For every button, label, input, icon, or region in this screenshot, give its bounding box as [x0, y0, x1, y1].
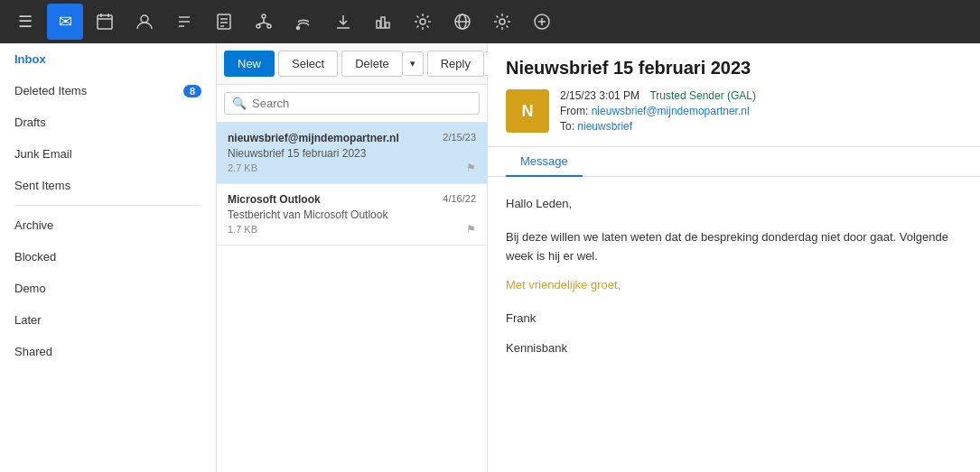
sidebar-item-drafts[interactable]: Drafts	[0, 106, 216, 138]
body-closing: Met vriendelijke groet,	[506, 276, 962, 295]
mail-icon[interactable]: ✉	[47, 4, 83, 40]
email-size-2: 1.7 KB	[228, 224, 257, 235]
sidebar: Inbox Deleted Items 8 Drafts Junk Email …	[0, 43, 217, 472]
avatar-letter: N	[522, 102, 534, 121]
sidebar-item-sent[interactable]: Sent Items	[0, 170, 216, 201]
email-detail: Nieuwsbrief 15 februari 2023 N 2/15/23 3…	[488, 43, 980, 472]
svg-point-4	[141, 15, 148, 23]
sidebar-label-shared: Shared	[14, 345, 52, 358]
sidebar-divider	[14, 205, 201, 206]
hamburger-icon[interactable]: ☰	[7, 4, 43, 40]
toolbar: New Select Delete ▾ Reply ▾ ≡ •••	[217, 43, 487, 85]
body-paragraph-1: Bij deze willen we laten weten dat de be…	[506, 228, 962, 266]
email-date-1: 2/15/23	[443, 132, 476, 144]
search-bar: 🔍	[217, 85, 487, 123]
email-item-1[interactable]: nieuwsbrief@mijndemopartner.nl 2/15/23 N…	[217, 123, 487, 184]
sidebar-label-junk: Junk Email	[14, 147, 72, 161]
to-value-link[interactable]: nieuwsbrief	[577, 120, 632, 133]
chart-icon[interactable]	[365, 4, 401, 40]
body-greeting: Hallo Leden,	[506, 195, 962, 214]
email-subject-1: Nieuwsbrief 15 februari 2023	[228, 147, 476, 160]
plus-icon[interactable]	[524, 4, 560, 40]
sidebar-label-deleted: Deleted Items	[14, 84, 87, 97]
email-item-2-header: Microsoft Outlook 4/16/22	[228, 193, 476, 206]
search-input-wrap: 🔍	[224, 92, 480, 115]
contacts-icon[interactable]	[126, 4, 163, 40]
sidebar-item-blocked[interactable]: Blocked	[0, 241, 216, 273]
search-input[interactable]	[252, 97, 471, 110]
sidebar-item-junk[interactable]: Junk Email	[0, 138, 216, 170]
flag-icon-2: ⚑	[466, 223, 476, 236]
select-button[interactable]: Select	[278, 51, 338, 77]
svg-rect-22	[386, 23, 389, 28]
svg-rect-0	[98, 15, 112, 29]
new-button[interactable]: New	[224, 51, 275, 77]
tree-icon[interactable]	[246, 4, 282, 40]
sidebar-item-later[interactable]: Later	[0, 304, 216, 336]
email-meta-info: 2/15/23 3:01 PM Trusted Sender (GAL) Fro…	[560, 89, 962, 135]
email-list-panel: New Select Delete ▾ Reply ▾ ≡ ••• 🔍 nieu…	[217, 43, 488, 472]
sidebar-item-inbox[interactable]: Inbox	[0, 43, 216, 75]
tab-message[interactable]: Message	[506, 147, 583, 177]
search-icon: 🔍	[232, 97, 247, 110]
sidebar-item-deleted[interactable]: Deleted Items 8	[0, 75, 216, 106]
to-label: To:	[560, 120, 574, 133]
email-size-1: 2.7 KB	[228, 162, 257, 173]
trusted-sender-label: Trusted Sender (GAL)	[649, 89, 756, 102]
from-email-link[interactable]: nieuwsbrief@mijndemopartner.nl	[592, 105, 750, 117]
svg-rect-20	[377, 21, 380, 28]
sender-avatar: N	[506, 89, 549, 133]
sidebar-item-shared[interactable]: Shared	[0, 336, 216, 367]
svg-point-12	[262, 14, 266, 18]
body-org: Kennisbank	[506, 339, 962, 358]
sidebar-label-drafts: Drafts	[14, 116, 46, 129]
svg-point-14	[267, 24, 271, 28]
sidebar-label-demo: Demo	[14, 282, 46, 295]
svg-line-17	[264, 23, 269, 24]
deleted-badge: 8	[183, 85, 201, 97]
delete-dropdown-button[interactable]: ▾	[403, 51, 424, 76]
tasks-icon[interactable]	[166, 4, 202, 40]
email-meta-datetime: 2/15/23 3:01 PM Trusted Sender (GAL)	[560, 89, 962, 102]
body-name: Frank	[506, 310, 962, 329]
body-signature: Frank Kennisbank	[506, 310, 962, 358]
sidebar-label-later: Later	[14, 313, 42, 327]
email-sender-2: Microsoft Outlook	[228, 193, 321, 206]
svg-point-13	[257, 24, 260, 28]
email-detail-header: Nieuwsbrief 15 februari 2023 N 2/15/23 3…	[488, 43, 980, 147]
reply-button[interactable]: Reply	[427, 51, 484, 77]
email-meta-row: N 2/15/23 3:01 PM Trusted Sender (GAL) F…	[506, 89, 962, 135]
email-item-1-footer: 2.7 KB ⚑	[228, 162, 476, 174]
email-sender-1: nieuwsbrief@mijndemopartner.nl	[228, 132, 399, 144]
delete-button[interactable]: Delete	[341, 51, 403, 77]
notes-icon[interactable]	[206, 4, 242, 40]
settings-icon[interactable]	[405, 4, 441, 40]
email-date-2: 4/16/22	[443, 193, 476, 206]
to-value: nieuwsbrief	[577, 120, 632, 133]
sidebar-label-inbox: Inbox	[14, 52, 46, 66]
email-body: Hallo Leden, Bij deze willen we laten we…	[488, 177, 980, 472]
sidebar-item-archive[interactable]: Archive	[0, 209, 216, 241]
svg-point-23	[420, 19, 425, 24]
email-detail-title: Nieuwsbrief 15 februari 2023	[506, 58, 962, 79]
svg-point-18	[297, 27, 300, 30]
topbar: ☰ ✉	[0, 0, 980, 43]
main-layout: Inbox Deleted Items 8 Drafts Junk Email …	[0, 43, 980, 472]
email-item-2[interactable]: Microsoft Outlook 4/16/22 Testbericht va…	[217, 184, 487, 245]
sidebar-label-archive: Archive	[14, 218, 53, 232]
flag-icon-1: ⚑	[466, 162, 476, 174]
sidebar-item-demo[interactable]: Demo	[0, 273, 216, 304]
rss-icon[interactable]	[285, 4, 322, 40]
email-subject-2: Testbericht van Microsoft Outlook	[228, 208, 476, 221]
email-meta-to: To: nieuwsbrief	[560, 120, 962, 133]
email-meta-from: From: nieuwsbrief@mijndemopartner.nl	[560, 105, 962, 117]
calendar-icon[interactable]	[87, 4, 123, 40]
email-item-2-footer: 1.7 KB ⚑	[228, 223, 476, 236]
globe-icon[interactable]	[444, 4, 481, 40]
svg-line-16	[258, 23, 264, 24]
download-icon[interactable]	[325, 4, 361, 40]
svg-rect-21	[381, 17, 385, 28]
email-datetime: 2/15/23 3:01 PM	[560, 89, 639, 102]
email-item-1-header: nieuwsbrief@mijndemopartner.nl 2/15/23	[228, 132, 476, 144]
settings2-icon[interactable]	[484, 4, 520, 40]
